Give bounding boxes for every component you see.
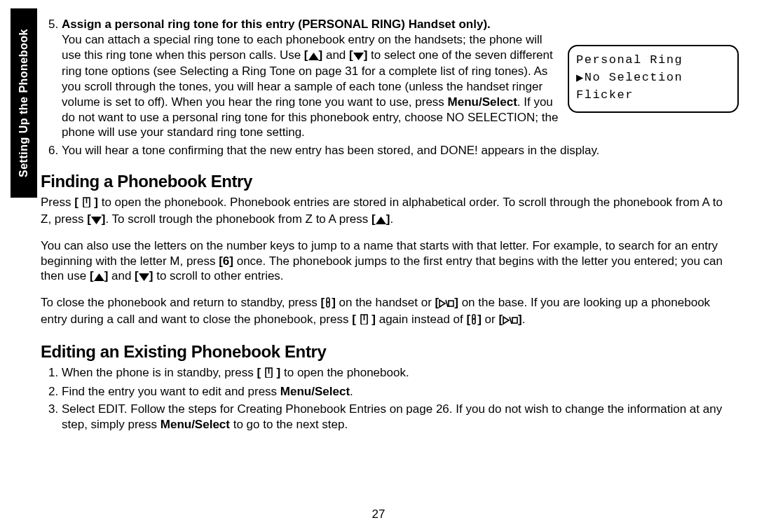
lcd-line-2: ▶No Selection	[576, 69, 730, 88]
svg-marker-6	[139, 273, 149, 281]
step-5: Assign a personal ring tone for this ent…	[62, 17, 736, 140]
step-6: You will hear a tone confirming that the…	[62, 143, 736, 158]
svg-point-8	[327, 301, 329, 303]
svg-marker-5	[94, 273, 104, 281]
section-tab: Setting Up the Phonebook	[11, 8, 37, 198]
page-number: 27	[0, 507, 757, 522]
cursor-icon: ▶	[576, 70, 585, 88]
editing-heading: Editing an Existing Phonebook Entry	[41, 341, 736, 363]
up-arrow-icon	[94, 270, 104, 285]
svg-marker-3	[91, 217, 102, 224]
editing-steps: When the phone is in standby, press [ ] …	[41, 365, 736, 432]
up-arrow-icon	[376, 213, 386, 229]
section-tab-label: Setting Up the Phonebook	[17, 29, 31, 177]
play-stop-icon	[503, 313, 518, 329]
step-5-body-b: and	[326, 48, 349, 62]
key-6: [6]	[219, 254, 233, 268]
steps-list: Assign a personal ring tone for this ent…	[41, 17, 736, 158]
svg-rect-17	[512, 318, 517, 323]
phonebook-icon	[82, 196, 91, 212]
phonebook-icon	[264, 367, 273, 382]
lcd-line-1: Personal Ring	[576, 52, 730, 69]
menu-select-3: Menu/Select	[161, 418, 230, 431]
manual-page: Setting Up the Phonebook Assign a person…	[0, 0, 757, 532]
bracket-close-1: ]	[319, 48, 323, 62]
svg-marker-4	[376, 217, 386, 224]
svg-marker-0	[308, 53, 319, 60]
svg-marker-1	[353, 53, 364, 60]
finding-p3: To close the phonebook and return to sta…	[41, 295, 736, 329]
finding-heading: Finding a Phonebook Entry	[41, 171, 736, 193]
down-arrow-icon	[91, 213, 102, 229]
menu-select-1: Menu/Select	[448, 95, 517, 109]
up-arrow-icon	[308, 49, 319, 64]
svg-point-14	[473, 318, 475, 320]
step-5-heading: Assign a personal ring tone for this ent…	[62, 18, 491, 31]
menu-select-2: Menu/Select	[280, 385, 350, 398]
phonebook-icon	[360, 313, 369, 329]
svg-marker-15	[503, 317, 509, 324]
play-stop-icon	[439, 296, 454, 312]
end-handset-icon	[470, 313, 477, 329]
svg-rect-11	[449, 301, 453, 306]
step-6-text: You will hear a tone confirming that the…	[62, 144, 599, 157]
svg-marker-9	[439, 300, 445, 307]
finding-p2: You can also use the letters on the numb…	[41, 238, 736, 285]
bracket-close-2: ]	[364, 48, 368, 62]
end-handset-icon	[325, 296, 332, 312]
lcd-screen: Personal Ring ▶No Selection Flicker	[568, 45, 739, 113]
page-content: Assign a personal ring tone for this ent…	[41, 17, 736, 434]
editing-step-2: Find the entry you want to edit and pres…	[62, 384, 736, 400]
lcd-line-3: Flicker	[576, 87, 730, 104]
editing-step-3: Select EDIT. Follow the steps for Creati…	[62, 402, 736, 432]
down-arrow-icon	[353, 49, 364, 64]
finding-p1: Press [ ] to open the phonebook. Phonebo…	[41, 195, 736, 229]
down-arrow-icon	[139, 270, 149, 285]
editing-step-1: When the phone is in standby, press [ ] …	[62, 365, 736, 382]
